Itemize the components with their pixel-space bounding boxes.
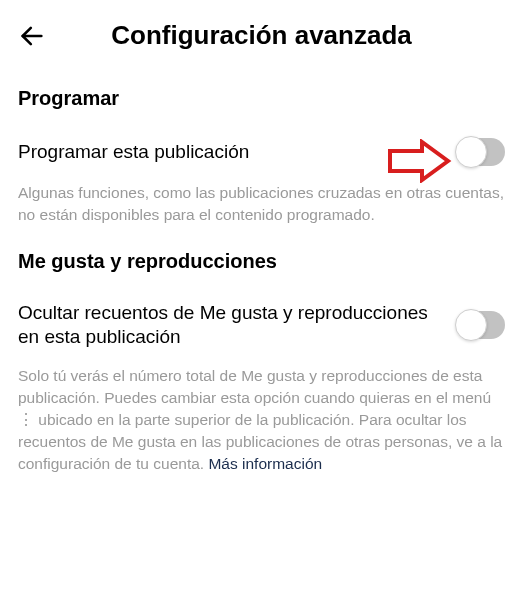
- more-info-link[interactable]: Más información: [208, 455, 322, 472]
- section-megusta: Me gusta y reproducciones Ocultar recuen…: [0, 250, 523, 475]
- section-title-programar: Programar: [18, 87, 505, 110]
- description-programar: Algunas funciones, como las publicacione…: [18, 182, 505, 226]
- toggle-ocultar[interactable]: [457, 311, 505, 339]
- page-title: Configuración avanzada: [46, 20, 477, 51]
- section-title-megusta: Me gusta y reproducciones: [18, 250, 505, 273]
- back-icon[interactable]: [18, 22, 46, 50]
- header: Configuración avanzada: [0, 0, 523, 67]
- description-megusta: Solo tú verás el número total de Me gust…: [18, 365, 505, 475]
- toggle-knob: [455, 136, 487, 168]
- toggle-knob: [455, 309, 487, 341]
- toggle-programar[interactable]: [457, 138, 505, 166]
- setting-row-programar: Programar esta publicación: [18, 138, 505, 166]
- section-programar: Programar Programar esta publicación Alg…: [0, 87, 523, 226]
- setting-label-programar: Programar esta publicación: [18, 140, 445, 164]
- setting-row-ocultar: Ocultar recuentos de Me gusta y reproduc…: [18, 301, 505, 349]
- setting-label-ocultar: Ocultar recuentos de Me gusta y reproduc…: [18, 301, 445, 349]
